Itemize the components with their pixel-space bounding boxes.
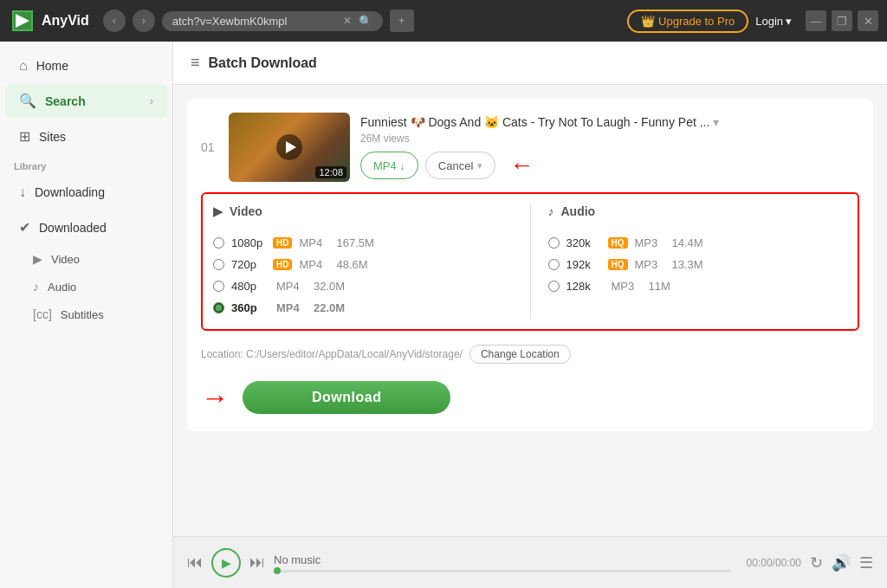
res-192k: 192k (567, 258, 601, 271)
play-pause-button[interactable]: ▶ (211, 548, 241, 578)
player-track: No music (274, 553, 731, 572)
track-dot (274, 567, 281, 574)
page-title: Batch Download (209, 55, 317, 71)
cancel-button[interactable]: Cancel ▾ (425, 152, 495, 179)
play-icon: ▶ (222, 556, 231, 570)
address-text: atch?v=XewbmK0kmpl (172, 15, 336, 28)
badge-hd-1080: HD (273, 237, 292, 249)
res-360p: 360p (231, 301, 266, 314)
format-radio-480p[interactable] (213, 281, 224, 292)
video-icon: ▶ (33, 252, 42, 266)
address-bar: atch?v=XewbmK0kmpl ✕ 🔍 (162, 11, 383, 31)
sidebar: ⌂ Home 🔍 Search › ⊞ Sites Library ↓ Down… (0, 42, 173, 588)
format-radio-360p[interactable] (213, 302, 224, 313)
sidebar-sub-label: Audio (48, 281, 76, 294)
track-bar[interactable] (274, 570, 731, 572)
format-radio-720p[interactable] (213, 259, 224, 270)
next-track-button[interactable]: ⏭ (249, 553, 265, 572)
maximize-button[interactable]: ❐ (832, 10, 852, 31)
video-actions: MP4 ↓ Cancel ▾ ← (360, 152, 859, 179)
minimize-button[interactable]: — (806, 10, 826, 31)
repeat-icon[interactable]: ↻ (810, 553, 823, 572)
title-dropdown-icon[interactable]: ▾ (713, 115, 719, 129)
format-row-audio[interactable]: 128k MP3 11M (548, 275, 848, 297)
window-controls: — ❐ ✕ (806, 10, 878, 31)
video-format-column: ▶ Video 1080p HD MP4 167.5M (213, 204, 513, 319)
format-row-audio[interactable]: 192k HQ MP3 13.3M (548, 254, 848, 275)
track-title: No music (274, 553, 731, 566)
download-icon: ↓ (19, 184, 26, 200)
badge-hq-320: HQ (608, 237, 628, 249)
sidebar-item-video[interactable]: ▶ Video (5, 246, 167, 272)
res-320k: 320k (567, 236, 601, 249)
cancel-dropdown-icon: ▾ (477, 160, 482, 171)
close-button[interactable]: ✕ (858, 10, 878, 31)
video-format-icon: ▶ (213, 204, 223, 218)
sidebar-item-search[interactable]: 🔍 Search › (5, 84, 167, 118)
format-radio-192k[interactable] (548, 259, 560, 270)
format-row-selected[interactable]: 360p MP4 22.0M (213, 297, 513, 319)
play-overlay (276, 134, 302, 160)
logo-area: AnyVid (9, 7, 89, 35)
format-row[interactable]: 1080p HD MP4 167.5M (213, 232, 513, 254)
sites-icon: ⊞ (19, 128, 30, 145)
sidebar-sub-label: Subtitles (61, 308, 104, 321)
video-title: Funniest 🐶 Dogs And 🐱 Cats - Try Not To … (360, 115, 859, 129)
search-bar-icon[interactable]: 🔍 (359, 15, 372, 28)
subtitles-icon: [cc] (33, 307, 52, 321)
sidebar-item-label: Downloading (35, 185, 105, 199)
library-section-label: Library (0, 154, 172, 175)
sidebar-item-downloading[interactable]: ↓ Downloading (5, 176, 167, 209)
format-row[interactable]: 480p MP4 32.0M (213, 275, 513, 297)
playlist-icon[interactable]: ☰ (859, 553, 873, 572)
sidebar-item-sites[interactable]: ⊞ Sites (5, 120, 167, 153)
sidebar-item-audio[interactable]: ♪ Audio (5, 274, 167, 300)
format-radio-320k[interactable] (548, 237, 560, 249)
change-location-button[interactable]: Change Location (469, 345, 571, 364)
check-circle-icon: ✔ (19, 219, 30, 236)
volume-icon[interactable]: 🔊 (832, 553, 851, 572)
sidebar-sub-label: Video (51, 253, 80, 266)
content-area: ≡ Batch Download 01 12:08 (173, 42, 887, 588)
res-480p: 480p (231, 280, 266, 293)
prev-track-button[interactable]: ⏮ (187, 553, 203, 572)
page-header: ≡ Batch Download (173, 42, 887, 85)
sidebar-item-label: Home (36, 59, 68, 73)
sidebar-item-label: Search (45, 94, 86, 108)
format-radio-1080p[interactable] (213, 237, 224, 249)
format-row[interactable]: 720p HD MP4 48.6M (213, 254, 513, 275)
format-radio-128k[interactable] (548, 281, 560, 292)
video-card: 01 12:08 Funniest 🐶 Dogs And 🐱 Cats - Tr… (187, 99, 873, 431)
title-bar: AnyVid ‹ › atch?v=XewbmK0kmpl ✕ 🔍 + 👑 Up… (0, 0, 887, 42)
audio-format-header: ♪ Audio (548, 204, 848, 223)
player-icons: ↻ 🔊 ☰ (810, 553, 873, 572)
upgrade-button[interactable]: 👑 Upgrade to Pro (627, 10, 748, 33)
login-button[interactable]: Login ▾ (755, 15, 792, 28)
video-header: 01 12:08 Funniest 🐶 Dogs And 🐱 Cats - Tr… (201, 113, 859, 182)
format-divider (530, 204, 531, 319)
download-section: → Download (201, 378, 859, 417)
close-tab-icon[interactable]: ✕ (343, 15, 352, 27)
audio-format-column: ♪ Audio 320k HQ MP3 14.4M (548, 204, 848, 319)
format-select-button[interactable]: MP4 ↓ (360, 152, 418, 179)
location-bar: Location: C:/Users/editor/AppData/Local/… (201, 339, 859, 369)
audio-icon: ♪ (33, 280, 39, 294)
sidebar-item-home[interactable]: ⌂ Home (5, 49, 167, 82)
sidebar-item-subtitles[interactable]: [cc] Subtitles (5, 301, 167, 327)
app-name: AnyVid (42, 13, 89, 29)
nav-back-button[interactable]: ‹ (103, 10, 126, 32)
format-columns: ▶ Video 1080p HD MP4 167.5M (213, 204, 847, 319)
sidebar-item-downloaded[interactable]: ✔ Downloaded (5, 210, 167, 244)
badge-hd-720: HD (273, 259, 292, 270)
new-tab-button[interactable]: + (390, 10, 414, 32)
download-button[interactable]: Download (243, 381, 450, 414)
badge-hq-192: HQ (608, 259, 628, 270)
audio-format-icon: ♪ (548, 204, 554, 218)
nav-forward-button[interactable]: › (133, 10, 155, 32)
video-meta: Funniest 🐶 Dogs And 🐱 Cats - Try Not To … (360, 115, 859, 179)
format-row-audio[interactable]: 320k HQ MP3 14.4M (548, 232, 848, 254)
video-thumbnail[interactable]: 12:08 (229, 113, 350, 182)
video-number: 01 (201, 140, 218, 154)
track-time: 00:00/00:00 (747, 557, 801, 569)
video-views: 26M views (360, 132, 859, 145)
